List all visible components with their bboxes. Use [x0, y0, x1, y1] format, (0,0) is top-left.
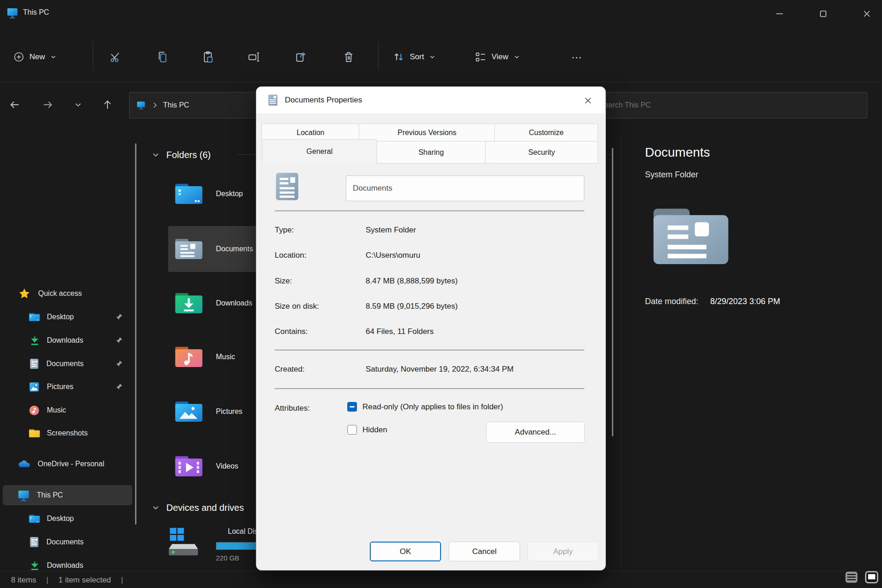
sort-button[interactable]: Sort: [388, 45, 441, 68]
documents-icon: [29, 537, 39, 548]
downloads-icon: [29, 335, 40, 346]
pictures-icon: [29, 382, 40, 392]
up-button[interactable]: [97, 95, 118, 115]
property-row-contains: Contains: 64 Files, 11 Folders: [275, 327, 587, 336]
this-pc-icon: [6, 7, 18, 19]
breadcrumb[interactable]: This PC: [163, 101, 189, 109]
new-button[interactable]: New: [8, 45, 62, 68]
sidebar-item-downloads[interactable]: Downloads: [0, 555, 133, 571]
sidebar-item-downloads-qa[interactable]: Downloads: [0, 330, 133, 351]
folder-tile-label: Videos: [216, 462, 238, 470]
forward-button[interactable]: [38, 95, 58, 115]
sidebar-item-documents[interactable]: Documents: [0, 532, 133, 552]
sidebar-item-label: Desktop: [47, 313, 74, 321]
tab-security[interactable]: Security: [485, 141, 598, 164]
tab-label: Sharing: [418, 148, 444, 157]
devices-group-label: Devices and drives: [166, 503, 244, 513]
sidebar-scrollbar[interactable]: [135, 143, 136, 525]
tab-general[interactable]: General: [262, 139, 377, 163]
share-icon: [294, 51, 307, 63]
cancel-button-label: Cancel: [472, 547, 497, 556]
hidden-checkbox[interactable]: [347, 425, 357, 435]
delete-button[interactable]: [337, 45, 360, 68]
plus-circle-icon: [13, 51, 25, 63]
tab-customize[interactable]: Customize: [494, 124, 598, 142]
readonly-attribute: Read-only (Only applies to files in fold…: [347, 402, 503, 412]
file-list-scrollbar[interactable]: [612, 148, 613, 436]
search-input[interactable]: [592, 92, 882, 118]
toolbar-divider: [93, 42, 93, 70]
tab-sharing[interactable]: Sharing: [376, 141, 486, 164]
separator: [275, 388, 584, 389]
file-explorer-window: This PC New: [0, 0, 882, 588]
share-button[interactable]: [289, 45, 312, 68]
folders-group-header[interactable]: Folders (6): [152, 148, 211, 162]
tab-label: General: [306, 147, 333, 156]
videos-folder-icon: [174, 454, 204, 479]
sidebar-item-desktop[interactable]: Desktop: [0, 509, 133, 529]
thumbnail-view-toggle[interactable]: [864, 570, 879, 584]
close-button[interactable]: [856, 6, 877, 22]
status-bar: 8 items | 1 item selected |: [0, 571, 882, 588]
more-options-button[interactable]: …: [565, 45, 588, 68]
command-bar: New: [0, 34, 882, 82]
music-folder-icon: [174, 345, 204, 369]
dialog-close-button[interactable]: [577, 93, 599, 108]
devices-group-header[interactable]: Devices and drives: [152, 501, 244, 514]
sidebar-item-music-qa[interactable]: Music: [0, 400, 133, 420]
new-button-label: New: [29, 52, 45, 62]
sidebar-item-label: Quick access: [38, 289, 82, 298]
back-button[interactable]: [5, 95, 25, 115]
sort-arrows-icon: [392, 51, 405, 63]
cut-button[interactable]: [104, 45, 127, 68]
details-subtitle: System Folder: [645, 170, 698, 180]
folder-page-icon: [275, 171, 300, 202]
minimize-button[interactable]: [769, 6, 790, 22]
recent-locations-button[interactable]: [68, 95, 88, 115]
sidebar-item-this-pc[interactable]: This PC: [0, 485, 133, 505]
sidebar-item-quick-access[interactable]: Quick access: [0, 283, 133, 304]
ellipsis-icon: …: [571, 48, 583, 61]
paste-button[interactable]: [197, 45, 220, 68]
readonly-checkbox[interactable]: [347, 402, 357, 412]
music-icon: [29, 405, 40, 416]
ok-button[interactable]: OK: [370, 542, 441, 561]
property-row-location: Location: C:\Users\omuru: [275, 251, 587, 260]
local-disk-icon: [164, 526, 201, 560]
selection-count: 1 item selected: [58, 576, 111, 585]
onedrive-cloud-icon: [17, 459, 30, 469]
rename-button[interactable]: [243, 45, 266, 68]
properties-dialog: Documents Properties Location Previous V…: [256, 86, 606, 571]
sidebar-item-label: This PC: [37, 491, 63, 499]
folder-tile-label: Desktop: [216, 190, 243, 198]
sidebar-item-documents-qa[interactable]: Documents: [0, 354, 133, 374]
view-button[interactable]: View: [469, 45, 525, 68]
sidebar-item-onedrive[interactable]: OneDrive - Personal: [0, 454, 133, 474]
advanced-button[interactable]: Advanced...: [486, 422, 585, 443]
sidebar-item-screenshots[interactable]: Screenshots: [0, 423, 133, 443]
downloads-icon: [29, 560, 40, 571]
maximize-button[interactable]: [813, 6, 834, 22]
property-label: Location:: [275, 251, 306, 260]
pin-icon: [116, 313, 123, 320]
sidebar-item-label: Screenshots: [47, 429, 88, 437]
sidebar-item-pictures-qa[interactable]: Pictures: [0, 377, 133, 397]
tab-previous-versions[interactable]: Previous Versions: [359, 124, 495, 142]
star-icon: [18, 288, 30, 300]
downloads-folder-icon: [174, 291, 204, 316]
status-divider: |: [46, 576, 48, 585]
details-view-toggle[interactable]: [843, 570, 859, 584]
title-bar: This PC: [0, 0, 882, 27]
sidebar-item-desktop-qa[interactable]: Desktop: [0, 307, 133, 327]
sidebar-item-label: Desktop: [47, 514, 74, 523]
property-value: System Folder: [366, 226, 416, 235]
apply-button[interactable]: Apply: [527, 542, 599, 561]
cancel-button[interactable]: Cancel: [449, 542, 520, 561]
property-label: Contains:: [275, 327, 308, 336]
property-label: Type:: [275, 226, 294, 234]
details-panel-separator: [621, 138, 622, 571]
folder-tile-label: Pictures: [216, 407, 243, 416]
copy-button[interactable]: [151, 45, 174, 68]
list-view-icon: [845, 571, 858, 583]
folder-name-input[interactable]: [346, 176, 597, 201]
